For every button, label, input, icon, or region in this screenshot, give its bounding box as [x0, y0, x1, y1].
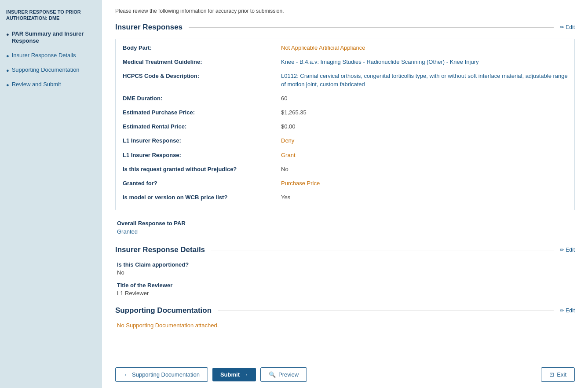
insurer-responses-table: Body Part: Not Applicable Artificial App… [115, 39, 575, 210]
sidebar-item-insurer-response-details[interactable]: ● Insurer Response Details [0, 48, 102, 63]
table-row: L1 Insurer Response: Deny [123, 134, 574, 148]
field-value: Grant [281, 151, 568, 159]
table-row: Estimated Purchase Price: $1,265.35 [123, 106, 574, 120]
table-row: Medical Treatment Guideline: Knee - B.4.… [123, 55, 574, 69]
table-row: Granted for? Purchase Price [123, 176, 574, 190]
sidebar-title: INSURER RESPONSE TO PRIOR AUTHORIZATION:… [0, 5, 102, 27]
field-value: Purchase Price [281, 179, 568, 187]
supdoc-header: Supporting Documentation ✏ Edit [115, 306, 575, 315]
overall-response-label: Overall Response to PAR [117, 220, 575, 227]
exit-button[interactable]: ⊡ Exit [541, 367, 575, 382]
ird-header: Insurer Response Details ✏ Edit [115, 245, 575, 254]
ird-field-label: Title of the Reviewer [117, 282, 575, 289]
sidebar-bullet: ● [6, 53, 9, 59]
table-row: DME Duration: 60 [123, 92, 574, 106]
submit-arrow-icon: → [242, 371, 248, 378]
field-value: Yes [281, 194, 568, 201]
sidebar-bullet: ● [6, 31, 9, 37]
ird-field-apportioned: Is this Claim apportioned? No [115, 261, 575, 276]
section-divider [218, 311, 554, 311]
insurer-responses-title: Insurer Responses [115, 23, 183, 32]
ird-field-value: L1 Reviewer [117, 290, 575, 296]
overall-response-section: Overall Response to PAR Granted [115, 220, 575, 235]
pencil-icon: ✏ [560, 247, 564, 253]
supdoc-title: Supporting Documentation [115, 306, 212, 315]
section-divider [189, 27, 554, 28]
content-area: Please review the following information … [102, 0, 588, 388]
sidebar-item-label: Insurer Response Details [12, 52, 96, 59]
field-label: L1 Insurer Response: [123, 151, 281, 159]
back-arrow-icon: ← [124, 371, 129, 378]
back-button[interactable]: ← Supporting Documentation [115, 367, 208, 382]
field-value: Deny [281, 137, 568, 145]
sidebar-item-label: PAR Summary and Insurer Response [12, 30, 96, 45]
table-row: Is this request granted without Prejudic… [123, 162, 574, 176]
sidebar-item-par-summary[interactable]: ● PAR Summary and Insurer Response [0, 27, 102, 49]
pencil-icon: ✏ [560, 307, 564, 314]
field-value: $1,265.35 [281, 109, 568, 117]
field-label: Estimated Purchase Price: [123, 109, 281, 117]
field-label: Estimated Rental Price: [123, 123, 281, 131]
field-label: Is model or version on WCB price list? [123, 194, 281, 201]
overall-response-value: Granted [117, 228, 575, 235]
field-value: Knee - B.4.a.v: Imaging Studies - Radion… [281, 58, 568, 66]
section-divider [211, 250, 554, 250]
table-row: Body Part: Not Applicable Artificial App… [123, 41, 574, 55]
sidebar: INSURER RESPONSE TO PRIOR AUTHORIZATION:… [0, 0, 102, 388]
supporting-documentation-section: Supporting Documentation ✏ Edit No Suppo… [115, 306, 575, 329]
insurer-responses-edit-button[interactable]: ✏ Edit [560, 24, 575, 30]
ird-edit-button[interactable]: ✏ Edit [560, 247, 575, 253]
pencil-icon: ✏ [560, 24, 564, 30]
field-value: Not Applicable Artificial Appliance [281, 44, 568, 52]
field-value: No [281, 165, 568, 173]
ird-field-value: No [117, 269, 575, 276]
field-label: Is this request granted without Prejudic… [123, 165, 281, 173]
ird-field-label: Is this Claim apportioned? [117, 261, 575, 268]
insurer-response-details-section: Insurer Response Details ✏ Edit Is this … [115, 245, 575, 296]
field-label: Granted for? [123, 179, 281, 187]
table-row: HCPCS Code & Description: L0112: Cranial… [123, 69, 574, 91]
sidebar-item-label: Review and Submit [12, 81, 96, 88]
field-value: $0.00 [281, 123, 568, 131]
supdoc-notice: No Supporting Documentation attached. [115, 322, 575, 329]
table-row: Is model or version on WCB price list? Y… [123, 190, 574, 205]
field-label: HCPCS Code & Description: [123, 72, 281, 88]
field-label: Body Part: [123, 44, 281, 52]
field-value: 60 [281, 95, 568, 102]
table-row: L1 Insurer Response: Grant [123, 148, 574, 162]
submit-button[interactable]: Submit → [212, 368, 256, 381]
preview-icon: 🔍 [269, 371, 276, 378]
review-notice: Please review the following information … [115, 8, 575, 14]
supdoc-edit-button[interactable]: ✏ Edit [560, 307, 575, 314]
footer: ← Supporting Documentation Submit → 🔍 Pr… [102, 361, 588, 388]
sidebar-item-review-and-submit[interactable]: ● Review and Submit [0, 77, 102, 92]
field-value: L0112: Cranial cervical orthosis, congen… [281, 72, 568, 88]
sidebar-item-supporting-documentation[interactable]: ● Supporting Documentation [0, 63, 102, 77]
table-row: Estimated Rental Price: $0.00 [123, 120, 574, 134]
exit-icon: ⊡ [549, 371, 554, 378]
insurer-responses-header: Insurer Responses ✏ Edit [115, 23, 575, 32]
field-label: DME Duration: [123, 95, 281, 102]
sidebar-bullet: ● [6, 82, 9, 88]
sidebar-item-label: Supporting Documentation [12, 66, 96, 74]
ird-title: Insurer Response Details [115, 245, 205, 254]
preview-button[interactable]: 🔍 Preview [260, 367, 307, 382]
field-label: Medical Treatment Guideline: [123, 58, 281, 66]
field-label: L1 Insurer Response: [123, 137, 281, 145]
sidebar-bullet: ● [6, 67, 9, 73]
ird-field-reviewer: Title of the Reviewer L1 Reviewer [115, 282, 575, 296]
